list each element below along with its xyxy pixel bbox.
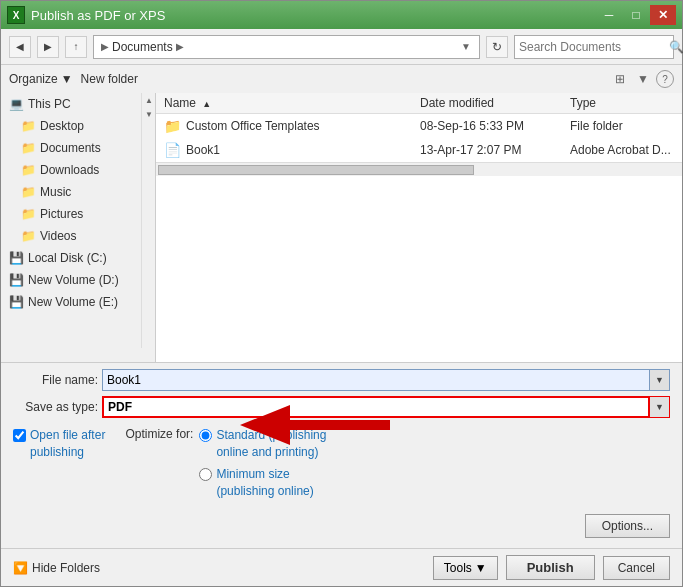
window-title: Publish as PDF or XPS [31, 8, 165, 23]
sidebar-item-pictures[interactable]: 📁 Pictures [1, 203, 155, 225]
save-as-type-row: Save as type: ▼ [13, 396, 670, 418]
excel-icon: X [7, 6, 25, 24]
path-documents[interactable]: Documents [112, 40, 173, 54]
sidebar-scrollbar[interactable]: ▲ ▼ [141, 93, 155, 348]
horizontal-scrollbar[interactable] [156, 162, 682, 176]
sidebar-item-documents[interactable]: 📁 Documents [1, 137, 155, 159]
file-type-cell: Adobe Acrobat D... [562, 143, 682, 157]
refresh-button[interactable]: ↻ [486, 36, 508, 58]
path-dropdown[interactable]: ▼ [457, 39, 475, 54]
save-as-type-container: ▼ [102, 396, 670, 418]
new-folder-button[interactable]: New folder [81, 72, 138, 86]
save-as-type-dropdown[interactable]: ▼ [650, 396, 670, 418]
save-as-type-input[interactable] [102, 396, 650, 418]
column-date[interactable]: Date modified [412, 93, 562, 113]
search-icon: 🔍 [669, 40, 683, 54]
table-row[interactable]: 📁 Custom Office Templates 08-Sep-16 5:33… [156, 114, 682, 138]
sort-arrow: ▲ [202, 99, 211, 109]
view-icons: ⊞ ▼ ? [610, 69, 674, 89]
sidebar-item-label: Downloads [40, 163, 99, 177]
pc-icon: 💻 [9, 97, 24, 111]
file-name-text: Book1 [186, 143, 220, 157]
options-row: Open file after publishing Optimize for:… [13, 423, 670, 542]
folder-icon: 📁 [21, 229, 36, 243]
sidebar-item-label: Pictures [40, 207, 83, 221]
view-dropdown-button[interactable]: ▼ [633, 69, 653, 89]
sidebar-item-label: Local Disk (C:) [28, 251, 107, 265]
cancel-button[interactable]: Cancel [603, 556, 670, 580]
view-icon-button[interactable]: ⊞ [610, 69, 630, 89]
sidebar-item-downloads[interactable]: 📁 Downloads [1, 159, 155, 181]
open-after-label[interactable]: Open file after publishing [30, 427, 105, 461]
close-button[interactable]: ✕ [650, 5, 676, 25]
file-name-label: File name: [13, 373, 98, 387]
title-bar-buttons: ─ □ ✕ [596, 5, 676, 25]
sidebar: ▲ ▼ 💻 This PC 📁 Desktop 📁 Documents 📁 Do… [1, 93, 156, 362]
sidebar-item-label: New Volume (D:) [28, 273, 119, 287]
scroll-up-arrow[interactable]: ▲ [142, 93, 156, 107]
file-type-cell: File folder [562, 119, 682, 133]
standard-radio-item: Standard (publishing online and printing… [199, 427, 326, 461]
path-bar[interactable]: ▶ Documents ▶ ▼ [93, 35, 480, 59]
file-name-cell: 📄 Book1 [156, 142, 412, 158]
action-bar: Organize ▼ New folder ⊞ ▼ ? [1, 65, 682, 93]
file-date-cell: 13-Apr-17 2:07 PM [412, 143, 562, 157]
search-bar: 🔍 [514, 35, 674, 59]
folder-icon: 📁 [21, 207, 36, 221]
file-date-cell: 08-Sep-16 5:33 PM [412, 119, 562, 133]
sidebar-item-label: This PC [28, 97, 71, 111]
title-bar-left: X Publish as PDF or XPS [7, 6, 165, 24]
sidebar-item-volume-d[interactable]: 💾 New Volume (D:) [1, 269, 155, 291]
tools-button[interactable]: Tools ▼ [433, 556, 498, 580]
hide-folders-label: Hide Folders [32, 561, 100, 575]
path-arrow-2: ▶ [176, 41, 184, 52]
search-input[interactable] [519, 40, 669, 54]
folder-icon: 📁 [21, 119, 36, 133]
options-button[interactable]: Options... [585, 514, 670, 538]
help-button[interactable]: ? [656, 70, 674, 88]
open-after-checkbox[interactable] [13, 429, 26, 442]
column-name[interactable]: Name ▲ [156, 93, 412, 113]
folder-icon: 📁 [21, 141, 36, 155]
file-name-dropdown[interactable]: ▼ [650, 369, 670, 391]
optimize-section: Optimize for: Standard (publishing onlin… [125, 427, 670, 538]
folder-icon: 📁 [164, 118, 181, 134]
folder-icon: 📁 [21, 163, 36, 177]
standard-radio[interactable] [199, 429, 212, 442]
sidebar-item-volume-e[interactable]: 💾 New Volume (E:) [1, 291, 155, 313]
title-bar: X Publish as PDF or XPS ─ □ ✕ [1, 1, 682, 29]
checkbox-section: Open file after publishing [13, 427, 105, 461]
up-button[interactable]: ↑ [65, 36, 87, 58]
drive-icon: 💾 [9, 295, 24, 309]
footer-right: Tools ▼ Publish Cancel [433, 555, 670, 580]
hide-folders-button[interactable]: 🔽 Hide Folders [13, 561, 100, 575]
sidebar-item-label: Desktop [40, 119, 84, 133]
organize-button[interactable]: Organize ▼ [9, 72, 73, 86]
file-name-row: File name: ▼ [13, 369, 670, 391]
table-row[interactable]: 📄 Book1 13-Apr-17 2:07 PM Adobe Acrobat … [156, 138, 682, 162]
minimum-radio-label[interactable]: Minimum size (publishing online) [216, 466, 313, 500]
sidebar-item-this-pc[interactable]: 💻 This PC [1, 93, 155, 115]
minimum-radio-item: Minimum size (publishing online) [199, 466, 326, 500]
sidebar-item-desktop[interactable]: 📁 Desktop [1, 115, 155, 137]
folder-icon: 📁 [21, 185, 36, 199]
minimize-button[interactable]: ─ [596, 5, 622, 25]
forward-button[interactable]: ▶ [37, 36, 59, 58]
sidebar-item-videos[interactable]: 📁 Videos [1, 225, 155, 247]
back-button[interactable]: ◀ [9, 36, 31, 58]
file-name-input-container: ▼ [102, 369, 670, 391]
standard-radio-label[interactable]: Standard (publishing online and printing… [216, 427, 326, 461]
optimize-label: Optimize for: [125, 427, 193, 441]
maximize-button[interactable]: □ [623, 5, 649, 25]
window: X Publish as PDF or XPS ─ □ ✕ ◀ ▶ ↑ ▶ Do… [0, 0, 683, 587]
organize-dropdown-icon: ▼ [61, 72, 73, 86]
scroll-down-arrow[interactable]: ▼ [142, 107, 156, 121]
file-name-input[interactable] [102, 369, 650, 391]
minimum-radio[interactable] [199, 468, 212, 481]
publish-button[interactable]: Publish [506, 555, 595, 580]
scroll-thumb[interactable] [158, 165, 474, 175]
file-list: Name ▲ Date modified Type 📁 Custom Offic… [156, 93, 682, 362]
sidebar-item-local-disk[interactable]: 💾 Local Disk (C:) [1, 247, 155, 269]
sidebar-item-music[interactable]: 📁 Music [1, 181, 155, 203]
column-type[interactable]: Type [562, 93, 682, 113]
